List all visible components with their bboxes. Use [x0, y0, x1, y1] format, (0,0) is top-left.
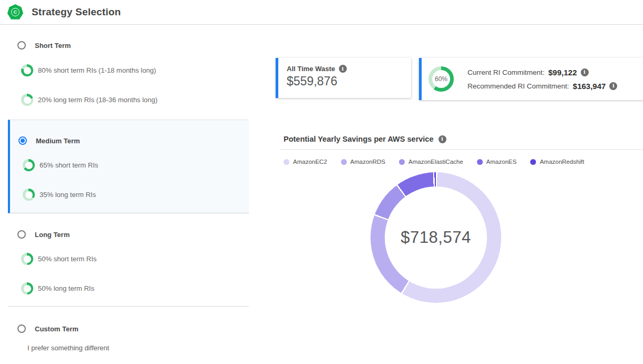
all-time-waste-title: All Time Waste [287, 65, 335, 73]
option-header[interactable]: Custom Term [8, 324, 249, 333]
allocation-label: 50% long term RIs [38, 284, 94, 292]
chart-header: Potential Yearly Savings per AWS service [284, 135, 446, 143]
allocation-donut-icon [23, 159, 35, 171]
strategy-options-panel: Short Term 80% short term RIs (1-18 mont… [8, 25, 249, 364]
allocation-donut-icon [21, 282, 33, 294]
allocation-donut-icon [21, 64, 33, 76]
allocation-donut-icon [21, 253, 33, 265]
radio-long-term[interactable] [17, 230, 26, 239]
option-label: Long Term [35, 231, 70, 239]
legend-item-amazonec2[interactable]: AmazonEC2 [284, 159, 327, 165]
current-commitment-label: Current RI Commitment: [467, 68, 544, 76]
ri-commitment-card: 60% Current RI Commitment: $99,122 Recom… [419, 58, 643, 100]
legend-dot [284, 159, 289, 165]
recommended-commitment-label: Recommended RI Commitment: [467, 82, 569, 90]
option-short-term[interactable]: Short Term 80% short term RIs (1-18 mont… [8, 41, 249, 106]
option-label: Short Term [35, 42, 71, 50]
radio-medium-term[interactable] [18, 136, 27, 145]
section-divider [8, 306, 249, 307]
legend-dot [477, 159, 483, 165]
legend-dot [530, 159, 536, 165]
chart-title: Potential Yearly Savings per AWS service [284, 135, 434, 143]
allocation-label: 20% long term RIs (18-36 months long) [38, 96, 158, 104]
info-icon[interactable] [339, 65, 347, 73]
legend-label: AmazonRedshift [540, 159, 584, 165]
option-long-term[interactable]: Long Term 50% short term RIs 50% long te… [8, 230, 249, 294]
allocation-row: 65% short term RIs [10, 159, 249, 171]
radio-short-term[interactable] [17, 41, 26, 50]
allocation-label: 50% short term RIs [38, 255, 96, 263]
page-title: Strategy Selection [32, 6, 121, 18]
option-header[interactable]: Medium Term [10, 136, 249, 145]
option-label: Medium Term [36, 137, 80, 145]
brand-logo-icon [7, 4, 23, 20]
info-icon[interactable] [609, 82, 617, 90]
all-time-waste-card: All Time Waste $559,876 [276, 58, 411, 98]
legend-label: AmazonEC2 [293, 159, 327, 165]
app-header: Strategy Selection [0, 0, 643, 25]
legend-item-amazones[interactable]: AmazonES [477, 159, 517, 165]
savings-total-value: $718,574 [371, 172, 501, 303]
option-custom-term[interactable]: Custom Term I prefer something different [8, 324, 249, 352]
legend-item-amazonelasticache[interactable]: AmazonElastiCache [399, 159, 463, 165]
logo-c-icon [11, 8, 20, 16]
allocation-row: 20% long term RIs (18-36 months long) [8, 94, 249, 106]
chart-legend: AmazonEC2 AmazonRDS AmazonElastiCache Am… [284, 159, 584, 165]
legend-label: AmazonElastiCache [408, 159, 463, 165]
legend-dot [341, 159, 347, 165]
legend-label: AmazonRDS [350, 159, 385, 165]
current-commitment-row: Current RI Commitment: $99,122 [467, 68, 617, 77]
allocation-label: 35% long term RIs [40, 191, 96, 199]
current-commitment-value: $99,122 [548, 68, 577, 77]
legend-item-amazonrds[interactable]: AmazonRDS [341, 159, 385, 165]
allocation-row: 50% short term RIs [8, 253, 249, 265]
info-icon[interactable] [439, 135, 446, 143]
option-medium-term[interactable]: Medium Term 65% short term RIs 35% long … [8, 120, 249, 213]
commitment-gauge: 60% [428, 66, 454, 92]
custom-term-note: I prefer something different [8, 344, 249, 352]
allocation-donut-icon [23, 189, 35, 201]
option-label: Custom Term [35, 325, 79, 333]
allocation-label: 65% short term RIs [40, 161, 98, 169]
commitment-gauge-label: 60% [428, 66, 454, 92]
allocation-row: 80% short term RIs (1-18 months long) [8, 64, 249, 76]
legend-dot [399, 159, 405, 165]
all-time-waste-value: $559,876 [287, 74, 403, 88]
option-header[interactable]: Long Term [8, 230, 249, 239]
legend-label: AmazonES [486, 159, 517, 165]
chart-divider [279, 149, 643, 150]
savings-donut-chart: $718,574 [371, 172, 501, 303]
recommended-commitment-value: $163,947 [573, 82, 606, 91]
option-header[interactable]: Short Term [8, 41, 249, 50]
allocation-label: 80% short term RIs (1-18 months long) [38, 66, 156, 74]
allocation-donut-icon [21, 94, 33, 106]
recommended-commitment-row: Recommended RI Commitment: $163,947 [467, 82, 617, 91]
legend-item-amazonredshift[interactable]: AmazonRedshift [530, 159, 584, 165]
allocation-row: 35% long term RIs [10, 189, 249, 201]
radio-custom-term[interactable] [17, 324, 26, 333]
info-icon[interactable] [581, 68, 589, 76]
allocation-row: 50% long term RIs [8, 282, 249, 294]
